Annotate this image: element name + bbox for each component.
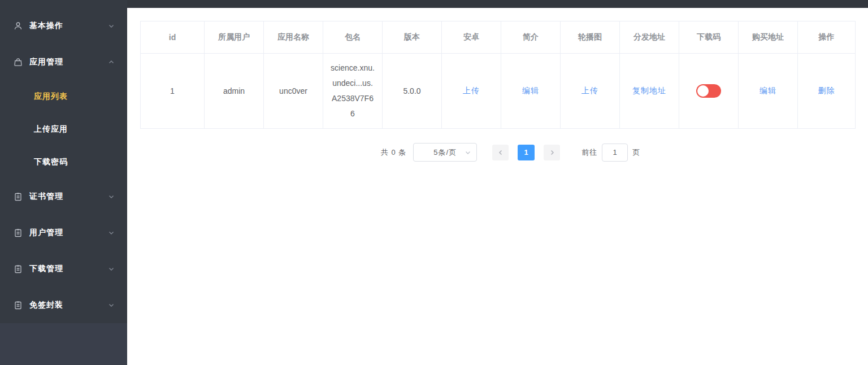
- carousel-upload-link[interactable]: 上传: [581, 86, 598, 95]
- user-icon: [14, 21, 23, 31]
- sidebar-subitem-label: 上传应用: [34, 124, 68, 134]
- goto-label: 前往: [581, 147, 597, 158]
- sidebar-subitem-upload-app[interactable]: 上传应用: [0, 113, 127, 146]
- top-bar: [0, 0, 868, 8]
- sidebar-item-basic-operations[interactable]: 基本操作: [0, 8, 127, 44]
- copy-address-link[interactable]: 复制地址: [632, 86, 666, 95]
- sidebar-subitem-app-list[interactable]: 应用列表: [0, 80, 127, 113]
- delete-link[interactable]: 删除: [818, 86, 835, 95]
- app-table-container: id 所属用户 应用名称 包名 版本 安卓 简介 轮播图 分发地址 下载码 购买…: [140, 21, 855, 162]
- main-content: id 所属用户 应用名称 包名 版本 安卓 简介 轮播图 分发地址 下载码 购买…: [127, 8, 868, 365]
- col-header-download-code: 下载码: [679, 21, 739, 54]
- prev-page-button[interactable]: [492, 145, 509, 160]
- app-table: id 所属用户 应用名称 包名 版本 安卓 简介 轮播图 分发地址 下载码 购买…: [140, 21, 856, 129]
- cell-version: 5.0.0: [383, 54, 442, 129]
- page-unit-label: 页: [632, 147, 640, 158]
- sidebar-subitem-label: 下载密码: [34, 157, 68, 167]
- sidebar-item-label: 应用管理: [29, 57, 108, 67]
- page-number-button[interactable]: 1: [518, 145, 535, 160]
- chevron-down-icon: [465, 149, 471, 156]
- sidebar-bottom-panel: [0, 323, 127, 365]
- col-header-purchase-url: 购买地址: [739, 21, 798, 54]
- sidebar-item-app-management[interactable]: 应用管理: [0, 44, 127, 80]
- sidebar-item-user-management[interactable]: 用户管理: [0, 215, 127, 251]
- cell-package: science.xnu.undeci...us.A2538V7F66: [323, 54, 383, 129]
- table-header-row: id 所属用户 应用名称 包名 版本 安卓 简介 轮播图 分发地址 下载码 购买…: [141, 21, 856, 54]
- sidebar-item-label: 用户管理: [29, 228, 108, 238]
- pagination-total: 共 0 条: [381, 147, 406, 158]
- sidebar-subitem-download-password[interactable]: 下载密码: [0, 146, 127, 179]
- clipboard-icon: [14, 228, 23, 237]
- bag-icon: [14, 58, 23, 67]
- chevron-left-icon: [497, 149, 504, 156]
- goto-page-input[interactable]: [602, 144, 628, 162]
- page-size-value: 5条/页: [433, 147, 457, 158]
- chevron-up-icon: [108, 59, 115, 66]
- pagination-bar: 共 0 条 5条/页 1 前往 页: [153, 143, 868, 162]
- cell-download-code: [679, 54, 739, 129]
- chevron-down-icon: [108, 23, 115, 29]
- cell-app-name: unc0ver: [264, 54, 323, 129]
- clipboard-icon: [14, 264, 23, 273]
- chevron-down-icon: [108, 229, 115, 236]
- goto-page-group: 前往 页: [581, 144, 640, 162]
- purchase-edit-link[interactable]: 编辑: [760, 86, 776, 95]
- page-size-select[interactable]: 5条/页: [413, 143, 477, 162]
- col-header-version: 版本: [383, 21, 442, 54]
- col-header-intro: 简介: [501, 21, 561, 54]
- cell-operation: 删除: [798, 54, 856, 129]
- col-header-distribute-url: 分发地址: [620, 21, 679, 54]
- cell-android: 上传: [442, 54, 501, 129]
- col-header-carousel: 轮播图: [561, 21, 620, 54]
- chevron-down-icon: [108, 302, 115, 308]
- sidebar: 基本操作 应用管理 应用列表 上传应用 下载密码 证书管理: [0, 0, 127, 365]
- package-name-text: science.xnu.undeci...us.A2538V7F66: [323, 60, 382, 121]
- col-header-id: id: [141, 21, 205, 54]
- col-header-operation: 操作: [798, 21, 856, 54]
- col-header-app-name: 应用名称: [264, 21, 323, 54]
- sidebar-item-label: 基本操作: [29, 21, 108, 31]
- chevron-down-icon: [108, 266, 115, 272]
- cell-id: 1: [141, 54, 205, 129]
- col-header-owner: 所属用户: [205, 21, 264, 54]
- sidebar-item-label: 免签封装: [29, 300, 108, 310]
- sidebar-item-signfree-packaging[interactable]: 免签封装: [0, 287, 127, 323]
- sidebar-item-certificate-management[interactable]: 证书管理: [0, 179, 127, 215]
- clipboard-icon: [14, 192, 23, 201]
- sidebar-menu: 基本操作 应用管理 应用列表 上传应用 下载密码 证书管理: [0, 8, 127, 323]
- col-header-android: 安卓: [442, 21, 501, 54]
- sidebar-subitem-label: 应用列表: [34, 92, 68, 102]
- cell-carousel: 上传: [561, 54, 620, 129]
- cell-intro: 编辑: [501, 54, 561, 129]
- cell-distribute: 复制地址: [620, 54, 679, 129]
- toggle-knob: [697, 85, 709, 97]
- android-upload-link[interactable]: 上传: [463, 86, 480, 95]
- col-header-package: 包名: [323, 21, 383, 54]
- chevron-down-icon: [108, 193, 115, 200]
- intro-edit-link[interactable]: 编辑: [522, 86, 539, 95]
- clipboard-icon: [14, 301, 23, 310]
- cell-owner: admin: [205, 54, 264, 129]
- sidebar-item-download-management[interactable]: 下载管理: [0, 251, 127, 287]
- sidebar-item-label: 下载管理: [29, 264, 108, 274]
- cell-purchase: 编辑: [739, 54, 798, 129]
- download-code-toggle[interactable]: [696, 84, 721, 98]
- next-page-button[interactable]: [544, 145, 560, 160]
- chevron-right-icon: [549, 149, 555, 156]
- sidebar-item-label: 证书管理: [29, 192, 108, 202]
- table-row: 1 admin unc0ver science.xnu.undeci...us.…: [141, 54, 856, 129]
